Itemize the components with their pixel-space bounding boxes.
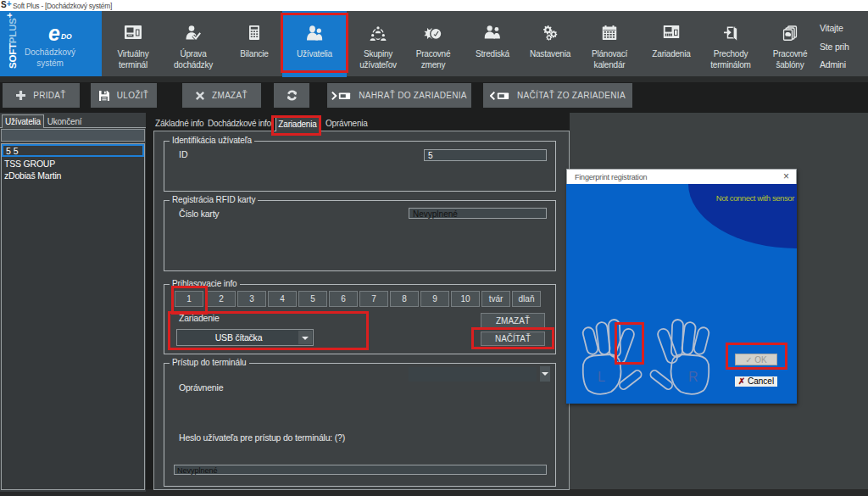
svg-text:R: R [688, 370, 698, 384]
svg-text:L: L [598, 370, 605, 384]
